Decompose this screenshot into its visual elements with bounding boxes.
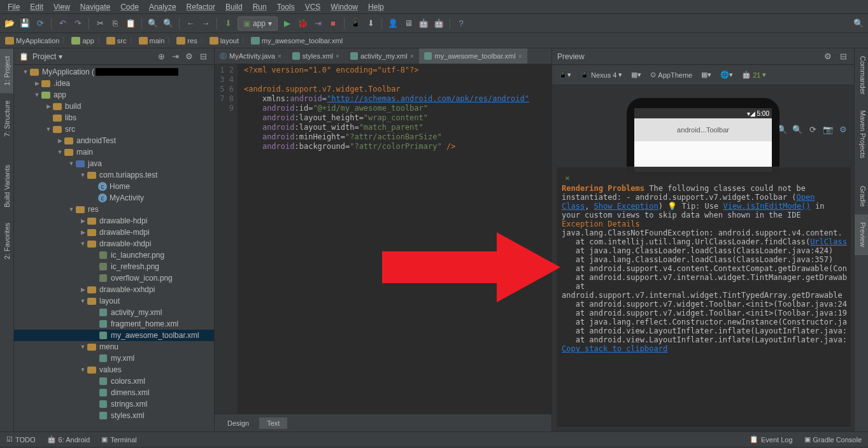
locale-btn[interactable]: 🌐▾ <box>718 69 736 80</box>
menu-analyze[interactable]: Analyze <box>144 1 181 13</box>
forward-icon[interactable]: → <box>200 18 211 29</box>
device-selector[interactable]: 📱Nexus 4▾ <box>578 69 625 80</box>
tw-project[interactable]: 1: Project <box>0 48 13 93</box>
panel-settings-icon[interactable]: ⚙ <box>183 51 195 62</box>
monitor-icon[interactable]: 🖥 <box>402 18 414 29</box>
tab-activity-my[interactable]: activity_my.xml× <box>345 48 420 64</box>
tree-idea[interactable]: ▶.idea <box>14 78 214 89</box>
tree-hdpi[interactable]: ▶drawable-hdpi <box>14 215 214 227</box>
close-icon[interactable]: × <box>518 53 522 60</box>
tree-my-xml[interactable]: my.xml <box>14 353 214 364</box>
menu-vcs[interactable]: VCS <box>300 1 326 13</box>
menu-help[interactable]: Help <box>363 1 389 13</box>
tree-main[interactable]: ▼main <box>14 146 214 158</box>
menu-build[interactable]: Build <box>220 1 248 13</box>
paste-icon[interactable]: 📋 <box>125 18 136 29</box>
tree-strings[interactable]: strings.xml <box>14 398 214 410</box>
urlclass-link[interactable]: UrlClass <box>810 237 847 246</box>
back-icon[interactable]: ← <box>185 18 196 29</box>
sdk-icon[interactable]: ⬇ <box>365 18 376 29</box>
design-tab[interactable]: Design <box>220 417 257 429</box>
run-config-selector[interactable]: ▣ app ▾ <box>238 17 278 31</box>
refresh-icon[interactable]: ⟳ <box>807 123 818 135</box>
tree-ic-launcher[interactable]: ic_launcher.png <box>14 249 214 261</box>
search-everywhere-icon[interactable]: 🔍 <box>853 18 864 29</box>
bc-src[interactable]: src <box>106 37 127 45</box>
bc-layout[interactable]: layout <box>210 37 239 45</box>
run-icon[interactable]: ▶ <box>281 18 293 29</box>
sync-icon[interactable]: ⟳ <box>34 18 46 29</box>
iseditmode-link[interactable]: View.isInEditMode() <box>723 202 810 211</box>
replace-icon[interactable]: 🔍 <box>162 18 174 29</box>
copy-icon[interactable]: ⎘ <box>110 18 121 29</box>
orientation-btn[interactable]: 📱▾ <box>556 69 574 80</box>
tw-maven[interactable]: Maven Projects <box>855 102 868 166</box>
make-icon[interactable]: ⬇ <box>222 18 234 29</box>
bc-file[interactable]: my_awesome_toolbar.xml <box>251 37 343 45</box>
bc-project[interactable]: MyApplication <box>5 37 59 45</box>
tree-androidtest[interactable]: ▶androidTest <box>14 135 214 146</box>
debug-icon[interactable]: 🐞 <box>297 18 308 29</box>
collapse-all-icon[interactable]: ⇥ <box>169 51 181 62</box>
api-selector[interactable]: 🤖21▾ <box>739 69 769 80</box>
ddms-icon[interactable]: 👤 <box>387 18 399 29</box>
tw-commander[interactable]: Commander <box>855 48 868 102</box>
tree-colors[interactable]: colors.xml <box>14 375 214 387</box>
device-screen[interactable]: ▾◢5:00 android...Toolbar <box>634 108 772 172</box>
close-icon[interactable]: × <box>278 53 281 60</box>
close-error-icon[interactable]: × <box>562 172 573 184</box>
tree-res[interactable]: ▼res <box>14 204 214 215</box>
tree-overflow[interactable]: overflow_icon.png <box>14 272 214 284</box>
tree-src[interactable]: ▼src <box>14 123 214 135</box>
tw-todo[interactable]: ☑ TODO <box>6 435 36 444</box>
bc-res[interactable]: res <box>176 37 197 45</box>
code-editor[interactable]: 1 2 3 4 5 6 7 8 9 <?xml version="1.0" en… <box>215 64 551 414</box>
tree-my-toolbar[interactable]: my_awesome_toolbar.xml <box>14 330 214 341</box>
tree-layout[interactable]: ▼layout <box>14 295 214 307</box>
tw-android[interactable]: 🤖 6: Android <box>47 435 90 444</box>
menu-run[interactable]: Run <box>248 1 272 13</box>
tree-mdpi[interactable]: ▶drawable-mdpi <box>14 227 214 238</box>
tab-myactivity[interactable]: ⓒMyActivity.java× <box>215 48 287 64</box>
tree-styles[interactable]: styles.xml <box>14 410 214 421</box>
theme-selector[interactable]: ⊙AppTheme <box>648 69 695 80</box>
menu-code[interactable]: Code <box>115 1 144 13</box>
project-tree[interactable]: ▼MyApplication ( ▶.idea ▼app ▶build libs… <box>14 65 214 431</box>
tw-gradle[interactable]: Gradle <box>855 178 868 214</box>
tree-ic-refresh[interactable]: ic_refresh.png <box>14 261 214 272</box>
menu-view[interactable]: View <box>48 1 75 13</box>
tree-activity-my[interactable]: activity_my.xml <box>14 307 214 318</box>
hide-panel-icon[interactable]: ⊟ <box>197 51 209 62</box>
project-view-selector[interactable]: Project ▾ <box>32 52 152 61</box>
tree-xxhdpi[interactable]: ▶drawable-xxhdpi <box>14 284 214 295</box>
menu-file[interactable]: File <box>3 1 25 13</box>
settings-icon[interactable]: ⚙ <box>837 123 849 135</box>
tree-values[interactable]: ▼values <box>14 364 214 375</box>
avd-icon[interactable]: 📱 <box>350 18 361 29</box>
tree-menu[interactable]: ▼menu <box>14 341 214 353</box>
tw-gradle-console[interactable]: ▣ Gradle Console <box>804 435 862 444</box>
attach-icon[interactable]: ⇥ <box>312 18 324 29</box>
redo-icon[interactable]: ↷ <box>72 18 83 29</box>
tree-xhdpi[interactable]: ▼drawable-xhdpi <box>14 238 214 249</box>
cut-icon[interactable]: ✂ <box>94 18 106 29</box>
menu-window[interactable]: Window <box>325 1 363 13</box>
tw-terminal[interactable]: ▣ Terminal <box>101 435 137 444</box>
tw-preview[interactable]: Preview <box>855 214 868 255</box>
show-exception-link[interactable]: Show Exception <box>594 202 658 211</box>
code-content[interactable]: <?xml version="1.0" encoding="utf-8"?> <… <box>238 64 551 414</box>
tw-structure[interactable]: 7: Structure <box>0 93 13 144</box>
open-icon[interactable]: 📂 <box>4 18 15 29</box>
menu-tools[interactable]: Tools <box>272 1 300 13</box>
save-icon[interactable]: 💾 <box>19 18 31 29</box>
tree-app[interactable]: ▼app <box>14 89 214 101</box>
tree-libs[interactable]: libs <box>14 112 214 123</box>
config-btn[interactable]: ▦▾ <box>629 69 644 80</box>
menu-refactor[interactable]: Refactor <box>181 1 220 13</box>
tree-java[interactable]: ▼java <box>14 158 214 169</box>
tab-my-toolbar[interactable]: my_awesome_toolbar.xml× <box>419 48 527 64</box>
activity-btn[interactable]: ▦▾ <box>699 69 714 80</box>
help-icon[interactable]: ? <box>455 18 467 29</box>
stop-icon[interactable]: ■ <box>327 18 339 29</box>
text-tab[interactable]: Text <box>259 417 287 429</box>
